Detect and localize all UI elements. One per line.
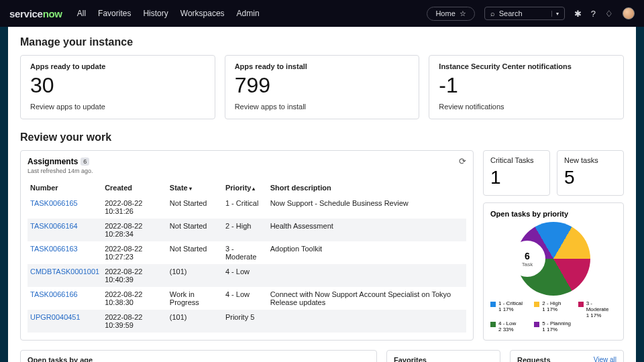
col-desc[interactable]: Short description (268, 180, 466, 196)
global-search[interactable]: ⌕ Search ▾ (484, 7, 565, 20)
cell-priority: 3 - Moderate (223, 241, 268, 264)
legend-label: 4 - Low2 33% (498, 321, 516, 333)
cell-state: Not Started (167, 241, 223, 264)
legend-item[interactable]: 5 - Planning1 17% (534, 321, 572, 333)
legend-item[interactable]: 4 - Low2 33% (490, 321, 529, 333)
card-requests[interactable]: Requests View all (510, 350, 624, 362)
global-topbar: servicenow All Favorites History Workspa… (0, 0, 644, 27)
table-row[interactable]: CMDBTASK00010012022-08-22 10:40:39(101)4… (28, 264, 466, 287)
cell-desc: Adoption Toolkit (268, 241, 466, 264)
legend-label: 3 - Moderate1 17% (586, 301, 616, 318)
cell-state: Not Started (167, 196, 223, 219)
cell-priority: Priority 5 (223, 310, 268, 333)
table-row[interactable]: TASK00661632022-08-22 10:27:23Not Starte… (28, 241, 466, 264)
task-link[interactable]: CMDBTASK0001001 (28, 264, 102, 287)
topbar-icons: ✱ ? ♢ (574, 7, 635, 19)
cell-desc (268, 264, 466, 287)
col-number[interactable]: Number (28, 180, 102, 196)
card-subtext: Review apps to update (30, 103, 205, 111)
cell-desc: Now Support - Schedule Business Review (268, 196, 466, 219)
cell-state: (101) (167, 264, 223, 287)
search-icon: ⌕ (490, 9, 495, 17)
card-title: Critical Tasks (490, 156, 543, 164)
card-apps-install[interactable]: Apps ready to install 799 Review apps to… (225, 55, 420, 119)
card-value: 1 (490, 167, 543, 188)
table-row[interactable]: TASK00661652022-08-22 10:31:26Not Starte… (28, 196, 466, 219)
search-placeholder: Search (499, 9, 523, 17)
assignments-subhead: Last refreshed 14m ago. (28, 168, 466, 174)
assignments-title: Assignments (28, 157, 78, 166)
manage-cards-row: Apps ready to update 30 Review apps to u… (20, 55, 624, 119)
side-column: Critical Tasks 1 New tasks 5 Open tasks … (483, 150, 624, 341)
chart-title: Open tasks by priority (490, 210, 616, 218)
brand-logo[interactable]: servicenow (9, 8, 62, 19)
legend-swatch (534, 322, 539, 327)
task-link[interactable]: TASK0066164 (28, 219, 102, 241)
chevron-up-icon: ▴ (252, 186, 255, 192)
chevron-down-icon[interactable]: ▾ (551, 11, 559, 17)
assignments-count-badge: 6 (80, 158, 89, 166)
cell-desc: Connect with Now Support Account Special… (268, 287, 466, 310)
cell-state: Not Started (167, 219, 223, 241)
cell-priority: 1 - Critical (223, 196, 268, 219)
cell-desc: Health Assessment (268, 219, 466, 241)
task-link[interactable]: TASK0066163 (28, 241, 102, 264)
cell-priority: 4 - Low (223, 264, 268, 287)
view-all-link[interactable]: View all (594, 356, 616, 362)
table-row[interactable]: TASK00661662022-08-22 10:38:30Work in Pr… (28, 287, 466, 310)
donut-center-value: 6 (525, 251, 530, 261)
col-priority[interactable]: Priority▴ (223, 180, 268, 196)
globe-icon[interactable]: ✱ (574, 9, 582, 19)
nav-workspaces[interactable]: Workspaces (180, 9, 225, 18)
cell-state: (101) (167, 310, 223, 333)
nav-history[interactable]: History (143, 9, 168, 18)
cell-created: 2022-08-22 10:28:34 (102, 219, 167, 241)
card-title: Requests (517, 356, 551, 362)
card-open-tasks-by-age[interactable]: Open tasks by age (20, 350, 377, 362)
card-critical-tasks[interactable]: Critical Tasks 1 (483, 150, 550, 196)
legend-item[interactable]: 2 - High1 17% (534, 301, 572, 318)
card-security-notifications[interactable]: Instance Security Center notifications -… (429, 55, 624, 119)
section-manage-title: Manage your instance (20, 36, 624, 48)
table-row[interactable]: TASK00661642022-08-22 10:28:34Not Starte… (28, 219, 466, 241)
card-subtext: Review apps to install (235, 103, 410, 111)
task-link[interactable]: TASK0066166 (28, 287, 102, 310)
task-link[interactable]: TASK0066165 (28, 196, 102, 219)
cell-priority: 2 - High (223, 219, 268, 241)
card-apps-update[interactable]: Apps ready to update 30 Review apps to u… (20, 55, 215, 119)
nav-all[interactable]: All (77, 9, 86, 18)
legend-label: 5 - Planning1 17% (542, 321, 571, 333)
donut-center-label: Task (522, 261, 533, 267)
card-new-tasks[interactable]: New tasks 5 (557, 150, 624, 196)
assignments-panel: Assignments 6 ⟳ Last refreshed 14m ago. … (20, 150, 474, 341)
cell-priority: 4 - Low (223, 287, 268, 310)
nav-favorites[interactable]: Favorites (98, 9, 131, 18)
page-content: Manage your instance Apps ready to updat… (8, 27, 636, 362)
card-favorites[interactable]: Favorites (386, 350, 500, 362)
table-row[interactable]: UPGR00404512022-08-22 10:39:59(101)Prior… (28, 310, 466, 333)
refresh-icon[interactable]: ⟳ (459, 156, 466, 166)
nav-admin[interactable]: Admin (237, 9, 260, 18)
legend-swatch (534, 302, 539, 307)
cell-desc (268, 310, 466, 333)
legend-item[interactable]: 3 - Moderate1 17% (578, 301, 616, 318)
chart-open-tasks-priority: Open tasks by priority 6 Task 1 - Critic… (483, 202, 624, 341)
col-created[interactable]: Created (102, 180, 167, 196)
cell-created: 2022-08-22 10:38:30 (102, 287, 167, 310)
help-icon[interactable]: ? (591, 9, 596, 19)
task-link[interactable]: UPGR0040451 (28, 310, 102, 333)
chart-legend: 1 - Critical1 17%2 - High1 17%3 - Modera… (490, 301, 616, 333)
card-value: 799 (235, 74, 410, 96)
cell-created: 2022-08-22 10:27:23 (102, 241, 167, 264)
legend-item[interactable]: 1 - Critical1 17% (490, 301, 529, 318)
cell-created: 2022-08-22 10:40:39 (102, 264, 167, 287)
star-icon: ☆ (460, 9, 466, 18)
card-title: Instance Security Center notifications (439, 62, 614, 70)
primary-nav: All Favorites History Workspaces Admin (77, 9, 260, 18)
legend-label: 1 - Critical1 17% (498, 301, 523, 313)
avatar[interactable] (623, 7, 635, 19)
col-state[interactable]: State▾ (167, 180, 223, 196)
home-pill[interactable]: Home☆ (427, 7, 474, 21)
bell-icon[interactable]: ♢ (605, 9, 613, 19)
donut-center: 6 Task (509, 241, 545, 277)
